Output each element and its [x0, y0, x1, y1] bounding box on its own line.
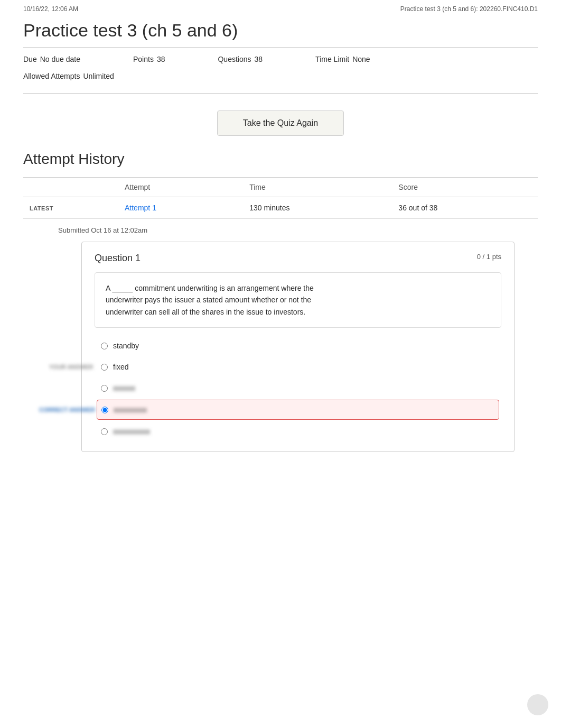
take-quiz-button[interactable]: Take the Quiz Again: [217, 110, 344, 136]
due-label: Due: [23, 55, 37, 63]
answer-option-selected-wrong: CORRECT ANSWER xxxxxxxxx: [97, 400, 499, 420]
time-limit-value: None: [352, 55, 370, 63]
radio-fixed[interactable]: [101, 364, 108, 371]
question-1-title: Question 1: [95, 253, 141, 264]
radio-opt4[interactable]: [101, 407, 108, 413]
meta-time-limit: Time Limit None: [315, 55, 370, 63]
answer-option-5: xxxxxxxxxx: [97, 422, 499, 441]
submitted-text: Submitted Oct 16 at 12:02am: [23, 219, 561, 242]
answer-text-opt3: xxxxxx: [113, 384, 135, 392]
attempt-score: 36 out of 38: [398, 204, 437, 212]
answer-option-fixed: YOUR ANSWER fixed: [97, 357, 499, 376]
questions-label: Questions: [218, 55, 251, 63]
answer-options: standby YOUR ANSWER fixed xxxxxx CORRECT…: [95, 336, 501, 441]
question-1-wrapper: Question 1 0 / 1 pts A _____ commitment …: [23, 242, 538, 452]
col-header-time: Time: [243, 178, 392, 197]
meta-allowed-attempts: Allowed Attempts Unlimited: [23, 72, 114, 80]
col-header-empty: [23, 178, 118, 197]
question-1-text: A _____ commitment underwriting is an ar…: [106, 282, 490, 318]
attempt-time: 130 minutes: [249, 204, 289, 212]
latest-badge: LATEST: [30, 205, 53, 211]
allowed-attempts-value: Unlimited: [83, 72, 114, 80]
your-answer-label: YOUR ANSWER: [49, 364, 93, 370]
answer-text-opt4: xxxxxxxxx: [114, 406, 147, 414]
quiz-button-container: Take the Quiz Again: [23, 110, 538, 136]
time-limit-label: Time Limit: [315, 55, 349, 63]
answer-text-opt5: xxxxxxxxxx: [113, 427, 150, 436]
main-content: Practice test 3 (ch 5 and 6) Due No due …: [0, 18, 561, 219]
divider-meta: [23, 93, 538, 94]
page-title: Practice test 3 (ch 5 and 6): [23, 18, 538, 41]
attempt-score-cell: 36 out of 38: [392, 197, 538, 219]
correct-answer-label: CORRECT ANSWER: [39, 407, 95, 413]
question-1-header: Question 1 0 / 1 pts: [95, 253, 501, 264]
answer-option-3: xxxxxx: [97, 379, 499, 398]
attempt-history-title: Attempt History: [23, 151, 538, 168]
scroll-to-top-button[interactable]: [527, 694, 548, 715]
question-1-container: Question 1 0 / 1 pts A _____ commitment …: [81, 242, 515, 452]
latest-badge-cell: LATEST: [23, 197, 118, 219]
answer-option-standby: standby: [97, 336, 499, 355]
meta-due: Due No due date: [23, 55, 80, 63]
breadcrumb: Practice test 3 (ch 5 and 6): 202260.FIN…: [400, 5, 538, 13]
due-value: No due date: [40, 55, 80, 63]
radio-opt5[interactable]: [101, 428, 108, 435]
answer-text-standby: standby: [113, 342, 139, 350]
questions-value: 38: [255, 55, 263, 63]
radio-opt3[interactable]: [101, 385, 108, 392]
datetime: 10/16/22, 12:06 AM: [23, 5, 78, 13]
question-1-body: A _____ commitment underwriting is an ar…: [95, 272, 501, 328]
table-header-row: Attempt Time Score: [23, 178, 538, 197]
radio-standby[interactable]: [101, 343, 108, 349]
attempt-1-link[interactable]: Attempt 1: [125, 204, 156, 212]
meta-questions: Questions 38: [218, 55, 263, 63]
col-header-score: Score: [392, 178, 538, 197]
attempt-time-cell: 130 minutes: [243, 197, 392, 219]
answer-text-fixed: fixed: [113, 363, 129, 371]
points-value: 38: [157, 55, 165, 63]
meta-info-row: Due No due date Points 38 Questions 38 T…: [23, 48, 538, 72]
top-bar: 10/16/22, 12:06 AM Practice test 3 (ch 5…: [0, 0, 561, 18]
attempt-history-table: Attempt Time Score LATEST Attempt 1 130 …: [23, 177, 538, 219]
points-label: Points: [133, 55, 154, 63]
attempt-link-cell: Attempt 1: [118, 197, 243, 219]
col-header-attempt: Attempt: [118, 178, 243, 197]
meta-points: Points 38: [133, 55, 165, 63]
meta-allowed-attempts-row: Allowed Attempts Unlimited: [23, 72, 538, 93]
question-1-points: 0 / 1 pts: [477, 253, 501, 261]
table-row: LATEST Attempt 1 130 minutes 36 out of 3…: [23, 197, 538, 219]
allowed-attempts-label: Allowed Attempts: [23, 72, 80, 80]
